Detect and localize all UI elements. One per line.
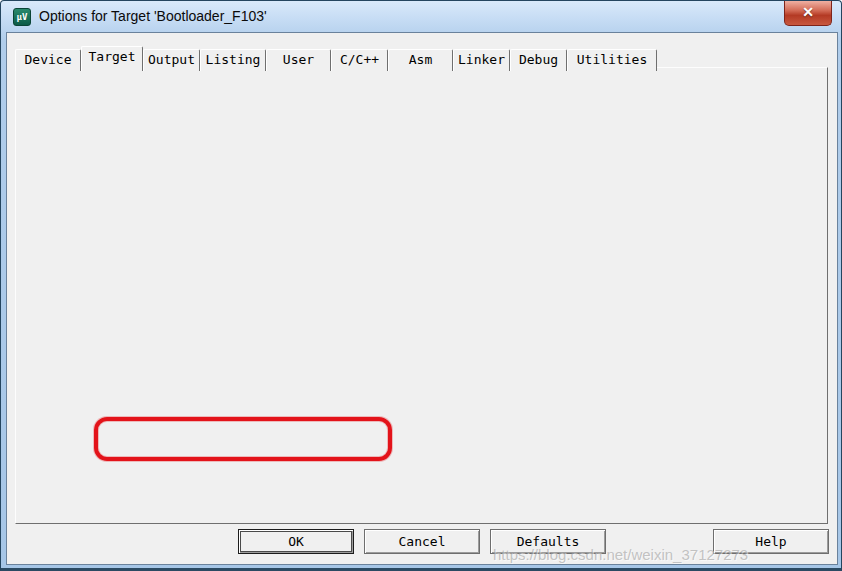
help-button[interactable]: Help — [713, 529, 829, 554]
tab-target[interactable]: Target — [81, 46, 143, 71]
tab-strip: Device Target Output Listing User C/C++ … — [15, 46, 657, 71]
defaults-button[interactable]: Defaults — [490, 529, 606, 554]
keil-uvision-icon — [13, 8, 31, 26]
close-button[interactable] — [784, 1, 832, 26]
tab-user[interactable]: User — [266, 49, 331, 71]
target-tab-page — [15, 67, 828, 524]
tab-listing[interactable]: Listing — [200, 49, 266, 71]
cancel-button[interactable]: Cancel — [364, 529, 480, 554]
ok-button[interactable]: OK — [238, 529, 354, 554]
window-title: Options for Target 'Bootloader_F103' — [39, 8, 267, 24]
tab-utilities[interactable]: Utilities — [567, 49, 657, 71]
tab-device[interactable]: Device — [15, 49, 81, 71]
title-bar[interactable]: Options for Target 'Bootloader_F103' — [1, 1, 841, 32]
options-dialog-window: Options for Target 'Bootloader_F103' Dev… — [0, 0, 842, 571]
tab-output[interactable]: Output — [143, 49, 200, 71]
tab-linker[interactable]: Linker — [453, 49, 510, 71]
tab-debug[interactable]: Debug — [510, 49, 567, 71]
tab-ccpp[interactable]: C/C++ — [331, 49, 388, 71]
tab-asm[interactable]: Asm — [388, 49, 453, 71]
